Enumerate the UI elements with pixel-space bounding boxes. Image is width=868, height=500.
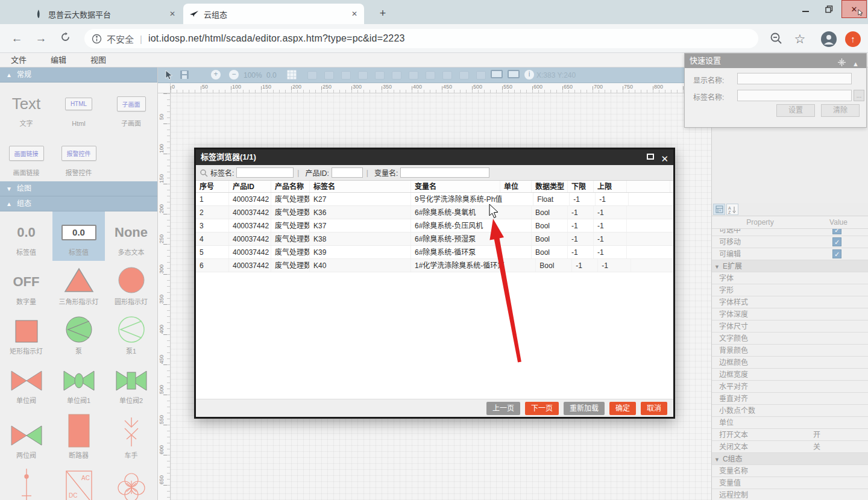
palette-item[interactable]: 子画面子画面 [105, 83, 157, 132]
forward-icon[interactable]: → [34, 31, 48, 46]
palette-item[interactable]: 0.0标签值 [0, 211, 52, 261]
property-row[interactable]: 变量名称 [712, 465, 868, 477]
property-row[interactable]: 小数点个数 [712, 405, 868, 417]
property-row[interactable]: 字体深度 [712, 308, 868, 320]
browse-tags-button[interactable]: ... [854, 90, 864, 101]
set-button[interactable]: 设置 [776, 104, 815, 117]
property-row[interactable]: 打开文本开 [712, 429, 868, 441]
tag-search-input[interactable] [236, 167, 294, 178]
property-row[interactable]: 边框宽度 [712, 369, 868, 381]
tab-close-icon[interactable]: ✕ [168, 9, 177, 19]
property-row[interactable]: 可移动✓ [712, 236, 868, 248]
table-row[interactable]: 6400037442废气处理数据采K401#化学洗涤除臭系统-循环泵Bool-1… [196, 259, 673, 272]
palette-item[interactable]: 圆形指示灯 [105, 261, 157, 310]
property-row[interactable]: 边框颜色 [712, 357, 868, 369]
checkbox-checked[interactable]: ✓ [832, 229, 841, 234]
table-row[interactable]: 1400037442废气处理数据采K279号化学洗涤除臭系统-Ph值Float-… [196, 193, 673, 206]
checkbox-checked[interactable]: ✓ [832, 249, 841, 258]
property-row[interactable]: 可选中✓ [712, 229, 868, 236]
palette-item[interactable]: HTMLHtml [52, 83, 105, 132]
url-field[interactable]: 不安全 | iot.idosp.net/html/scada/editor.as… [84, 29, 758, 48]
bookmark-star-icon[interactable]: ☆ [792, 31, 808, 47]
zoom-out-icon[interactable] [769, 31, 785, 47]
reload-icon[interactable] [58, 31, 72, 46]
palette-item[interactable]: None多态文本 [105, 211, 157, 261]
palette-item[interactable]: 刀闸 [0, 464, 52, 500]
palette-item[interactable]: ACDC逆变器 [52, 464, 105, 500]
categorize-icon[interactable]: + [713, 204, 725, 215]
palette-section-header-1[interactable]: ▼绘图 [0, 181, 157, 196]
pin-move-icon[interactable] [838, 57, 846, 71]
browser-tab[interactable]: 思普云大数据平台 ✕ [28, 4, 182, 24]
pc-view-icon[interactable] [491, 70, 503, 78]
security-label[interactable]: 不安全 [107, 33, 134, 45]
property-row[interactable]: 远程控制 [712, 489, 868, 500]
property-row[interactable]: 关闭文本关 [712, 441, 868, 453]
browser-tab-active[interactable]: 云组态 ✕ [183, 4, 364, 24]
profile-avatar[interactable] [821, 31, 837, 47]
dialog-close-icon[interactable]: ✕ [661, 151, 668, 167]
palette-item[interactable]: 两位阀 [0, 409, 52, 464]
pager-button[interactable]: 重新加载 [564, 402, 605, 415]
palette-item[interactable]: 单位阀1 [52, 360, 105, 409]
palette-item[interactable]: RT [105, 464, 157, 500]
cancel-button[interactable]: 取消 [641, 402, 667, 415]
palette-item[interactable]: OFF数字量 [0, 261, 52, 310]
confirm-button[interactable]: 确定 [609, 402, 636, 415]
info-icon[interactable] [92, 34, 102, 44]
property-row[interactable]: 水平对齐 [712, 381, 868, 393]
window-restore-button[interactable] [817, 0, 840, 18]
property-row[interactable]: 字体 [712, 272, 868, 284]
table-row[interactable]: 2400037442废气处理数据采K366#除臭系统-臭氧机Bool-1-1 [196, 206, 673, 219]
palette-item[interactable]: 三角形指示灯 [52, 261, 105, 310]
clear-button[interactable]: 清除 [821, 104, 860, 117]
tag-name-input[interactable] [737, 90, 852, 101]
palette-item[interactable]: 车手 [105, 409, 157, 464]
palette-item[interactable]: 单位阀 [0, 360, 52, 409]
palette-item[interactable]: 泵1 [105, 310, 157, 360]
grid-toggle-icon[interactable] [287, 70, 297, 82]
palette-item[interactable]: 单位阀2 [105, 360, 157, 409]
group-collapse-icon[interactable]: ▼ [714, 264, 720, 270]
property-row[interactable]: 文字颜色 [712, 333, 868, 345]
property-row[interactable]: 变量值 [712, 477, 868, 489]
property-row[interactable]: 字体样式 [712, 296, 868, 308]
variable-search-input[interactable] [400, 167, 489, 178]
property-row[interactable]: 字体尺寸 [712, 320, 868, 333]
dialog-maximize-icon[interactable] [647, 154, 654, 160]
palette-item[interactable]: 矩形指示灯 [0, 310, 52, 360]
palette-item[interactable]: Text文字 [0, 83, 52, 132]
window-minimize-button[interactable] [794, 0, 817, 18]
pager-button[interactable]: 上一页 [486, 402, 520, 415]
table-row[interactable]: 4400037442废气处理数据采K386#除臭系统-预湿泵Bool-1-1 [196, 233, 673, 246]
product-search-input[interactable] [332, 167, 363, 178]
display-name-input[interactable] [737, 73, 852, 84]
palette-item[interactable]: 泵 [52, 310, 105, 360]
palette-item[interactable]: 断路器 [52, 409, 105, 464]
browser-update-icon[interactable]: ↑ [845, 31, 861, 47]
checkbox-checked[interactable]: ✓ [832, 237, 841, 246]
palette-item[interactable]: 报警控件报警控件 [52, 132, 105, 181]
select-cursor-icon[interactable] [165, 70, 173, 83]
mobile-view-icon[interactable] [508, 70, 520, 78]
zoom-in-icon[interactable]: + [211, 70, 221, 80]
back-icon[interactable]: ← [10, 31, 24, 46]
palette-item[interactable]: 0.0标签值 [52, 211, 105, 261]
menu-item-1[interactable]: 编辑 [51, 53, 66, 67]
property-row[interactable]: 单位 [712, 417, 868, 429]
palette-item[interactable]: 画面链接画面链接 [0, 132, 52, 181]
zoom-out-canvas-icon[interactable]: − [229, 70, 239, 80]
group-collapse-icon[interactable]: ▼ [714, 457, 720, 463]
table-row[interactable]: 3400037442废气处理数据采K376#除臭系统-负压风机Bool-1-1 [196, 219, 673, 233]
tab-close-icon[interactable]: ✕ [350, 9, 359, 19]
quick-settings-header[interactable]: 快速设置 ▲ [685, 54, 866, 68]
property-group-row[interactable]: ▼E扩展 [712, 260, 868, 272]
menu-item-2[interactable]: 视图 [90, 53, 106, 67]
window-close-button[interactable]: ✕ [841, 0, 867, 18]
property-row[interactable]: 字形 [712, 284, 868, 296]
info-circle-icon[interactable]: i [524, 70, 534, 80]
pager-button[interactable]: 下一页 [525, 402, 559, 415]
dialog-title-bar[interactable]: 标签浏览器(1/1) ✕ [196, 149, 673, 165]
collapse-icon[interactable]: ▲ [852, 57, 859, 71]
property-row[interactable]: 可编辑✓ [712, 248, 868, 260]
